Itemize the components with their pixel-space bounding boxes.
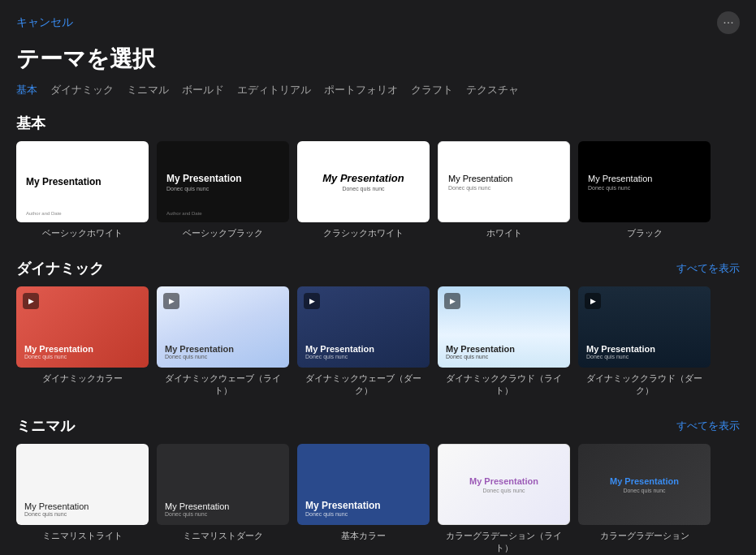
list-item[interactable]: My Presentation Donec quis nunc クラシックホワイ…	[297, 141, 430, 239]
tab-portfolio[interactable]: ポートフォリオ	[324, 83, 398, 97]
list-item[interactable]: My Presentation Donec quis nunc カラーグラデーシ…	[438, 444, 570, 554]
card-label: ミニマリストダーク	[183, 530, 263, 542]
theme-card-white[interactable]: My Presentation Donec quis nunc	[438, 141, 570, 222]
card-label: ダイナミックカラー	[42, 372, 123, 385]
card-title: My Presentation	[165, 344, 281, 354]
theme-card-basic-white[interactable]: My Presentation Author and Date	[16, 141, 149, 222]
theme-card-minimal-straight[interactable]: My Presentation Donec quis nunc	[16, 444, 149, 525]
minimal-section-title: ミニマル	[16, 416, 75, 436]
list-item[interactable]: My Presentation Donec quis nunc ブラック	[578, 141, 711, 239]
minimal-section: ミニマル すべてを表示 My Presentation Donec quis n…	[0, 410, 756, 555]
card-title: My Presentation	[610, 476, 679, 486]
play-icon: ▶	[163, 293, 179, 309]
card-sub: Donec quis nunc	[586, 354, 702, 359]
tab-editorial[interactable]: エディトリアル	[237, 83, 311, 97]
more-button[interactable]: ···	[717, 11, 740, 34]
card-sub: Donec quis nunc	[165, 354, 281, 359]
tab-bold[interactable]: ボールド	[182, 83, 224, 97]
card-author: Author and Date	[166, 211, 202, 216]
card-sub: Donec quis nunc	[342, 186, 384, 191]
list-item[interactable]: My Presentation Donec quis nunc Author a…	[157, 141, 289, 239]
card-label: ダイナミックウェーブ（ライト）	[157, 372, 289, 397]
card-title: My Presentation	[446, 344, 562, 354]
theme-card-dynamic-cloud-light[interactable]: ▶ My Presentation Donec quis nunc	[438, 286, 570, 368]
top-bar: キャンセル ···	[0, 0, 756, 41]
card-sub: Donec quis nunc	[165, 511, 281, 517]
card-title: My Presentation	[305, 500, 421, 511]
theme-card-basic-color[interactable]: My Presentation Donec quis nunc	[297, 444, 430, 525]
dynamic-section: ダイナミック すべてを表示 ▶ My Presentation Donec qu…	[0, 252, 756, 410]
play-icon: ▶	[444, 293, 460, 309]
card-title: My Presentation	[24, 344, 140, 354]
minimal-section-header: ミニマル すべてを表示	[16, 416, 740, 436]
card-sub: Donec quis nunc	[166, 186, 279, 191]
basic-section: 基本 My Presentation Author and Date ベーシック…	[0, 107, 756, 252]
basic-section-header: 基本	[16, 114, 740, 133]
theme-card-dynamic-cloud-dark[interactable]: ▶ My Presentation Donec quis nunc	[578, 286, 711, 368]
theme-card-minimal-dark[interactable]: My Presentation Donec quis nunc	[157, 444, 289, 525]
card-label: ダイナミッククラウド（ライト）	[438, 372, 570, 397]
page-title: テーマを選択	[0, 41, 756, 83]
cancel-button[interactable]: キャンセル	[16, 15, 73, 30]
theme-card-basic-black[interactable]: My Presentation Donec quis nunc Author a…	[157, 141, 289, 222]
list-item[interactable]: ▶ My Presentation Donec quis nunc ダイナミック…	[438, 286, 570, 397]
card-label: ベーシックホワイト	[42, 227, 123, 239]
list-item[interactable]: My Presentation Donec quis nunc 基本カラー	[297, 444, 430, 554]
card-sub: Donec quis nunc	[448, 185, 559, 191]
card-title: My Presentation	[588, 174, 701, 183]
card-title: My Presentation	[166, 173, 279, 184]
minimal-cards-row: My Presentation Donec quis nunc ミニマリストライ…	[16, 444, 740, 554]
card-label: ベーシックブラック	[183, 227, 263, 239]
list-item[interactable]: ▶ My Presentation Donec quis nunc ダイナミック…	[157, 286, 289, 397]
list-item[interactable]: My Presentation Donec quis nunc ミニマリストダー…	[157, 444, 289, 554]
minimal-show-all-button[interactable]: すべてを表示	[676, 419, 740, 433]
card-label: ブラック	[627, 227, 663, 239]
play-icon: ▶	[304, 293, 320, 309]
card-title: My Presentation	[305, 344, 421, 354]
list-item[interactable]: ▶ My Presentation Donec quis nunc ダイナミック…	[578, 286, 711, 397]
card-label: クラシックホワイト	[323, 227, 404, 239]
card-title: My Presentation	[26, 176, 139, 187]
card-title: My Presentation	[469, 476, 538, 486]
card-title: My Presentation	[322, 172, 404, 184]
card-label: ミニマリストライト	[42, 530, 123, 542]
filter-tabs: 基本 ダイナミック ミニマル ボールド エディトリアル ポートフォリオ クラフト…	[0, 83, 756, 107]
play-icon: ▶	[23, 293, 39, 309]
basic-section-title: 基本	[16, 114, 45, 133]
list-item[interactable]: My Presentation Donec quis nunc ホワイト	[438, 141, 570, 239]
card-sub: Donec quis nunc	[446, 354, 562, 359]
card-title: My Presentation	[165, 501, 281, 511]
dynamic-show-all-button[interactable]: すべてを表示	[676, 261, 740, 276]
tab-craft[interactable]: クラフト	[411, 83, 453, 97]
theme-card-dynamic-wave-dark[interactable]: ▶ My Presentation Donec quis nunc	[297, 286, 430, 368]
theme-card-dynamic-wave-light[interactable]: ▶ My Presentation Donec quis nunc	[157, 286, 289, 368]
card-title: My Presentation	[448, 174, 559, 183]
card-author: Author and Date	[26, 211, 62, 216]
tab-dynamic[interactable]: ダイナミック	[50, 83, 114, 97]
card-sub: Donec quis nunc	[623, 488, 665, 493]
theme-card-color-grad-light[interactable]: My Presentation Donec quis nunc	[438, 444, 570, 525]
theme-card-dynamic-color[interactable]: ▶ My Presentation Donec quis nunc	[16, 286, 149, 368]
card-label: カラーグラデーション	[600, 530, 689, 542]
tab-minimal[interactable]: ミニマル	[127, 83, 169, 97]
card-label: ダイナミッククラウド（ダーク）	[578, 372, 711, 397]
list-item[interactable]: My Presentation Author and Date ベーシックホワイ…	[16, 141, 149, 239]
list-item[interactable]: ▶ My Presentation Donec quis nunc ダイナミック…	[16, 286, 149, 397]
play-icon: ▶	[585, 293, 601, 309]
theme-card-color-grad[interactable]: My Presentation Donec quis nunc	[578, 444, 711, 525]
list-item[interactable]: ▶ My Presentation Donec quis nunc ダイナミック…	[297, 286, 430, 397]
card-sub: Donec quis nunc	[305, 511, 421, 517]
card-label: 基本カラー	[341, 530, 386, 542]
tab-basic[interactable]: 基本	[16, 83, 37, 97]
list-item[interactable]: My Presentation Donec quis nunc ミニマリストライ…	[16, 444, 149, 554]
card-sub: Donec quis nunc	[588, 185, 701, 191]
list-item[interactable]: My Presentation Donec quis nunc カラーグラデーシ…	[578, 444, 711, 554]
card-title: My Presentation	[586, 344, 702, 354]
card-sub: Donec quis nunc	[305, 354, 421, 359]
card-sub: Donec quis nunc	[482, 488, 525, 493]
tab-texture[interactable]: テクスチャ	[466, 83, 519, 97]
theme-card-black[interactable]: My Presentation Donec quis nunc	[578, 141, 711, 222]
card-title: My Presentation	[24, 501, 140, 511]
dynamic-section-title: ダイナミック	[16, 259, 104, 278]
theme-card-classic-white[interactable]: My Presentation Donec quis nunc	[297, 141, 430, 222]
